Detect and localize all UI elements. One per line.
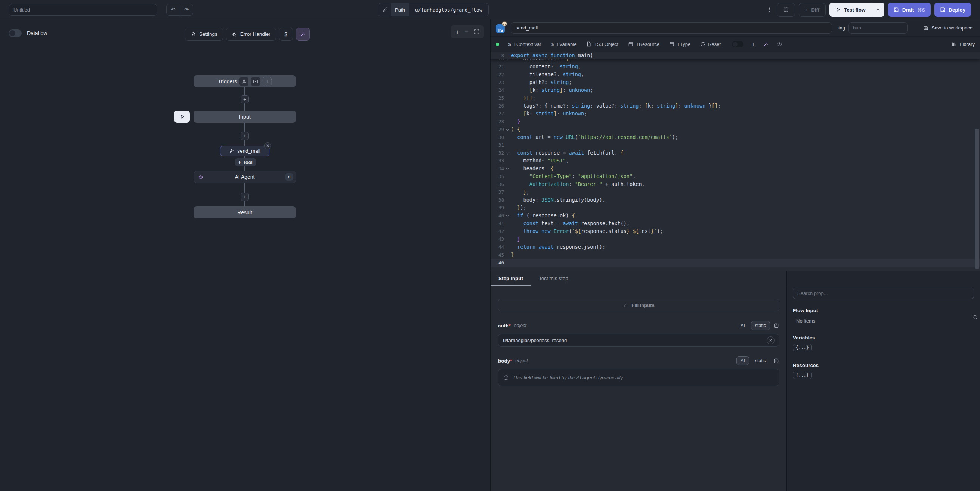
code-line-45[interactable]: 45} bbox=[490, 251, 980, 259]
more-menu-icon[interactable] bbox=[765, 7, 773, 13]
code-line-22[interactable]: 22 filename?: string; bbox=[490, 71, 980, 78]
step-name-input[interactable] bbox=[511, 22, 832, 33]
add-trigger-button[interactable]: + bbox=[262, 77, 272, 86]
test-flow-dropdown-button[interactable] bbox=[872, 3, 885, 17]
run-input-button[interactable] bbox=[174, 111, 190, 123]
webhook-trigger-icon[interactable] bbox=[240, 77, 248, 86]
toolbar-variable-button[interactable]: $+Variable bbox=[551, 41, 577, 47]
code-line-29[interactable]: 29) { bbox=[490, 126, 980, 133]
plus-minus-icon[interactable]: ± bbox=[752, 41, 755, 48]
tag-input[interactable] bbox=[848, 22, 907, 33]
fill-inputs-button[interactable]: Fill inputs bbox=[498, 299, 780, 311]
zoom-out-button[interactable]: − bbox=[465, 29, 469, 35]
code-line-36[interactable]: 36 Authorization: "Bearer " + auth.token… bbox=[490, 180, 980, 188]
email-trigger-icon[interactable] bbox=[251, 77, 260, 86]
code-line-46[interactable]: 46 bbox=[490, 259, 980, 267]
library-button[interactable]: Library bbox=[951, 41, 975, 47]
flow-summary-input[interactable] bbox=[9, 4, 157, 16]
node-input[interactable]: Input bbox=[194, 111, 296, 123]
code-line-41[interactable]: 41 const text = await response.text(); bbox=[490, 219, 980, 227]
code-line-38[interactable]: 38 body: JSON.stringify(body), bbox=[490, 196, 980, 204]
deploy-button[interactable]: Deploy bbox=[934, 3, 971, 17]
add-tool-button[interactable]: + Tool bbox=[235, 158, 256, 166]
code-text: Authorization: "Bearer " + auth.token, bbox=[511, 180, 980, 188]
code-line-25[interactable]: 25 }[]; bbox=[490, 94, 980, 102]
draft-button[interactable]: Draft ⌘S bbox=[888, 3, 931, 17]
code-line-24[interactable]: 24 [k: string]: unknown; bbox=[490, 86, 980, 94]
toolbar-resource-button[interactable]: +Resource bbox=[628, 41, 659, 47]
search-icon[interactable] bbox=[972, 315, 978, 320]
undo-redo-group: ↶ ↷ bbox=[166, 4, 193, 16]
redo-icon: ↷ bbox=[184, 6, 189, 13]
code-line-43[interactable]: 43 } bbox=[490, 235, 980, 243]
node-send-mail[interactable]: send_mail bbox=[220, 146, 269, 156]
code-text: method: "POST", bbox=[511, 157, 980, 165]
redo-button[interactable]: ↷ bbox=[180, 4, 193, 15]
error-handler-button[interactable]: Error Handler bbox=[226, 28, 276, 41]
editor-scrollbar[interactable] bbox=[975, 129, 979, 269]
code-line-31[interactable]: 31 bbox=[490, 141, 980, 149]
auth-ai-mode-button[interactable]: AI bbox=[737, 321, 749, 330]
insert-step-button[interactable]: + bbox=[240, 95, 249, 103]
code-line-8[interactable]: 8export async function main( bbox=[490, 51, 980, 59]
undo-button[interactable]: ↶ bbox=[167, 4, 180, 15]
ai-wand-button[interactable] bbox=[296, 28, 310, 41]
diff-button[interactable]: ± Diff bbox=[799, 3, 826, 17]
code-line-37[interactable]: 37 }, bbox=[490, 188, 980, 196]
code-line-28[interactable]: 28 } bbox=[490, 118, 980, 126]
insert-step-button[interactable]: + bbox=[240, 193, 249, 201]
dollar-button[interactable]: $ bbox=[279, 28, 293, 41]
search-prop-input[interactable] bbox=[793, 288, 974, 299]
save-to-workspace-button[interactable]: Save to workspace bbox=[923, 25, 972, 31]
code-line-40[interactable]: 40 if (!response.ok) { bbox=[490, 212, 980, 219]
fit-view-button[interactable] bbox=[474, 29, 479, 34]
resources-object-badge[interactable]: {...} bbox=[793, 372, 812, 379]
ai-wand-icon[interactable] bbox=[763, 41, 768, 47]
test-flow-button[interactable]: Test flow bbox=[829, 3, 872, 17]
body-ai-mode-button[interactable]: AI bbox=[737, 356, 749, 365]
code-line-32[interactable]: 32 const response = await fetch(url, { bbox=[490, 149, 980, 157]
toolbar-type-button[interactable]: +Type bbox=[669, 41, 690, 47]
node-triggers[interactable]: Triggers + bbox=[194, 75, 296, 87]
insert-step-button[interactable]: + bbox=[240, 132, 249, 140]
settings-button[interactable]: Settings bbox=[185, 28, 223, 41]
fold-chevron-icon[interactable] bbox=[504, 126, 511, 133]
clear-auth-button[interactable] bbox=[767, 337, 775, 344]
code-line-42[interactable]: 42 throw new Error(`${response.status} $… bbox=[490, 227, 980, 235]
fold-chevron-icon[interactable] bbox=[504, 165, 511, 173]
diff-mode-toggle[interactable] bbox=[732, 41, 743, 48]
node-result[interactable]: Result bbox=[194, 207, 296, 218]
code-line-33[interactable]: 33 method: "POST", bbox=[490, 157, 980, 165]
tab-test-this-step[interactable]: Test this step bbox=[531, 271, 576, 286]
auth-static-mode-button[interactable]: static bbox=[751, 321, 770, 330]
code-line-21[interactable]: 21 content?: string; bbox=[490, 63, 980, 71]
editor-settings-icon[interactable] bbox=[777, 41, 782, 47]
zoom-in-button[interactable]: + bbox=[455, 29, 459, 35]
code-editor[interactable]: 8export async function main( 20 attachme… bbox=[490, 51, 980, 271]
auth-value-input[interactable]: u/farhadglbs/peerless_resend bbox=[498, 334, 780, 346]
code-line-30[interactable]: 30 const url = new URL(`https://api.rese… bbox=[490, 133, 980, 141]
dataflow-toggle[interactable] bbox=[9, 30, 22, 37]
fold-chevron-icon[interactable] bbox=[504, 149, 511, 157]
flow-canvas[interactable]: Dataflow Settings Error Handler $ + − Tr… bbox=[0, 19, 490, 491]
body-static-mode-button[interactable]: static bbox=[751, 356, 770, 365]
tab-step-input[interactable]: Step Input bbox=[490, 271, 531, 286]
expression-mode-icon[interactable] bbox=[773, 358, 779, 364]
code-line-26[interactable]: 26 tags?: { name?: string; value?: strin… bbox=[490, 102, 980, 110]
code-line-39[interactable]: 39 }); bbox=[490, 204, 980, 212]
code-line-44[interactable]: 44 return await response.json(); bbox=[490, 243, 980, 251]
docs-button[interactable] bbox=[777, 3, 795, 17]
node-ai-agent[interactable]: AI Agent a bbox=[194, 171, 296, 183]
toolbar-context-var-button[interactable]: $+Context var bbox=[508, 41, 541, 47]
code-line-35[interactable]: 35 "Content-Type": "application/json", bbox=[490, 173, 980, 180]
toolbar-reset-button[interactable]: Reset bbox=[700, 41, 721, 47]
toolbar-s3-object-button[interactable]: +S3 Object bbox=[586, 41, 618, 47]
expression-mode-icon[interactable] bbox=[773, 323, 779, 329]
code-line-27[interactable]: 27 [k: string]: unknown; bbox=[490, 110, 980, 118]
fold-chevron-icon[interactable] bbox=[504, 212, 511, 219]
flow-path-chip[interactable]: Path u/farhadglbs/grand_flow bbox=[378, 3, 489, 16]
remove-tool-button[interactable] bbox=[264, 142, 271, 149]
variables-object-badge[interactable]: {...} bbox=[793, 344, 812, 351]
code-line-23[interactable]: 23 path?: string; bbox=[490, 78, 980, 86]
code-line-34[interactable]: 34 headers: { bbox=[490, 165, 980, 173]
